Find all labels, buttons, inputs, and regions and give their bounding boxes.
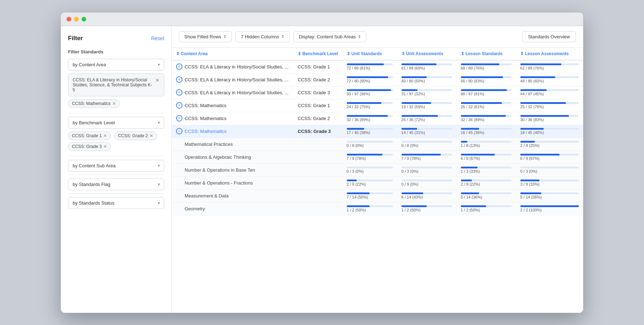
row-11-lesson-assessments-wrap: 2 / 2 (100%)	[520, 205, 579, 212]
row-4-expand-icon[interactable]: +	[176, 115, 182, 121]
row-11-unit-assessments-bar-bg	[401, 205, 452, 207]
table-row[interactable]: +CCSS: ELA & Literacy in History/Social …	[172, 86, 583, 99]
row-2-content-area[interactable]: +CCSS: ELA & Literacy in History/Social …	[172, 86, 293, 99]
row-2-expand-icon[interactable]: +	[176, 89, 182, 96]
col-header-lesson-standards[interactable]: ⇕ Lesson Standards	[457, 48, 516, 60]
row-4-unit-standards-bar-fill	[347, 115, 388, 117]
row-0-content-area[interactable]: +CCSS: ELA & Literacy in History/Social …	[172, 60, 293, 73]
reset-button[interactable]: Reset	[151, 35, 164, 41]
row-7-unit-standards-wrap: 7 / 9 (78%)	[347, 154, 393, 161]
col-header-benchmark-level[interactable]: ⇕ Benchmark Level	[293, 48, 342, 60]
filter-content-area-tag-close[interactable]: ✕	[155, 78, 160, 83]
row-0-content-area-text: CCSS: ELA & Literacy in History/Social S…	[185, 64, 288, 70]
row-4-lesson-assessments-wrap: 30 / 36 (83%)	[520, 115, 579, 122]
filter-grade3-tag-close[interactable]: ✕	[103, 144, 107, 149]
sidebar: Filter Reset Filter Standards by Content…	[61, 26, 172, 313]
standards-overview-button[interactable]: Standards Overview	[522, 31, 576, 42]
close-button[interactable]	[67, 17, 71, 21]
row-10-lesson-assessments-wrap: 5 / 14 (36%)	[520, 192, 579, 199]
row-1-content-area[interactable]: +CCSS: ELA & Literacy in History/Social …	[172, 73, 293, 86]
table-row[interactable]: +CCSS: ELA & Literacy in History/Social …	[172, 60, 583, 73]
table-row[interactable]: Number & Operations - Fractions 2 / 9 (2…	[172, 176, 583, 189]
filter-grade2-tag-close[interactable]: ✕	[150, 133, 153, 138]
row-1-benchmark-level: CCSS: Grade 2	[293, 73, 342, 86]
row-10-content-area: Measurement & Data	[172, 189, 293, 202]
row-5-lesson-standards-bar-bg	[461, 128, 512, 130]
filter-benchmark-tags-row: CCSS: Grade 1 ✕ CCSS: Grade 2 ✕ CCSS: Gr…	[68, 132, 164, 153]
row-4-content-area[interactable]: +CCSS: Mathematics	[172, 112, 293, 125]
filter-grade1-tag-close[interactable]: ✕	[103, 133, 107, 138]
row-0-lesson-assessments-bar-bg	[520, 63, 579, 65]
row-2-lesson-standards-bar-bg	[461, 89, 512, 91]
hidden-columns-arrow: ⇕	[281, 34, 284, 39]
row-7-unit-assessments-bar-bg	[401, 154, 452, 156]
row-5-unit-assessments: 14 / 45 (31%)	[397, 125, 457, 138]
row-1-expand-icon[interactable]: +	[176, 76, 182, 83]
filter-standards-status-select[interactable]: by Standards Status	[68, 197, 164, 209]
table-row[interactable]: +CCSS: MathematicsCCSS: Grade 1 24 / 32 …	[172, 99, 583, 112]
maximize-button[interactable]	[82, 17, 86, 21]
filter-content-sub-area-wrapper: by Content Sub Area ▼	[68, 160, 164, 172]
row-5-benchmark-level: CCSS: Grade 3	[293, 125, 342, 138]
row-5-lesson-standards: 16 / 45 (36%)	[457, 125, 516, 138]
row-2-benchmark-level: CCSS: Grade 3	[293, 86, 342, 99]
show-filled-rows-button[interactable]: Show Filled Rows ⇕	[179, 31, 232, 42]
row-10-unit-assessments-wrap: 6 / 14 (43%)	[401, 192, 452, 199]
table-row[interactable]: Operations & Algebraic Thinking 7 / 9 (7…	[172, 150, 583, 163]
row-10-lesson-standards-text: 5 / 14 (36%)	[461, 195, 512, 199]
filter-grade2-tag: CCSS: Grade 2 ✕	[114, 132, 157, 140]
table-row[interactable]: −CCSS: MathematicsCCSS: Grade 3 17 / 45 …	[172, 125, 583, 138]
filter-content-sub-area-select[interactable]: by Content Sub Area	[68, 160, 164, 172]
table-row[interactable]: Measurement & Data 7 / 14 (50%) 6 / 14 (…	[172, 189, 583, 202]
filter-content-area-wrapper: by Content Area ▼	[68, 59, 164, 71]
table-row[interactable]: Geometry 1 / 2 (50%) 1 / 2 (50%) 1 / 2 (…	[172, 202, 583, 215]
col-header-lesson-assessments[interactable]: ⇕ Lesson Assessments	[516, 48, 583, 60]
filter-math-tag-close[interactable]: ✕	[112, 101, 116, 106]
row-11-lesson-standards-wrap: 1 / 2 (50%)	[461, 205, 512, 212]
row-7-content-area: Operations & Algebraic Thinking	[172, 150, 293, 163]
row-5-lesson-assessments-bar-fill	[520, 128, 544, 130]
minimize-button[interactable]	[74, 17, 79, 21]
row-4-lesson-assessments-bar-bg	[520, 115, 579, 117]
col-header-unit-standards[interactable]: ⇕ Unit Standards	[342, 48, 397, 60]
row-8-lesson-standards-bar-bg	[461, 167, 512, 168]
hidden-columns-button[interactable]: 7 Hidden Columns ⇕	[235, 31, 290, 42]
filter-standards-flag-select[interactable]: by Standards Flag	[68, 178, 164, 190]
divider-2	[68, 156, 164, 156]
row-2-content-area-text: CCSS: ELA & Literacy in History/Social S…	[185, 90, 288, 95]
table-row[interactable]: Mathematical Practices 0 / 8 (0%) 0 / 8 …	[172, 138, 583, 150]
table-row[interactable]: +CCSS: ELA & Literacy in History/Social …	[172, 73, 583, 86]
row-3-content-area[interactable]: +CCSS: Mathematics	[172, 99, 293, 112]
filter-grade2-tag-text: CCSS: Grade 2	[118, 133, 148, 138]
row-1-unit-assessments: 40 / 80 (50%)	[397, 73, 457, 86]
row-5-lesson-assessments: 18 / 45 (40%)	[516, 125, 583, 138]
row-0-lesson-standards-wrap: 68 / 89 (76%)	[461, 63, 512, 70]
row-5-expand-icon[interactable]: −	[176, 128, 182, 134]
filter-benchmark-level-select[interactable]: by Benchmark Level	[68, 117, 164, 129]
filter-grade3-tag-text: CCSS: Grade 3	[72, 144, 102, 149]
row-5-content-area[interactable]: −CCSS: Mathematics	[172, 125, 293, 138]
filter-content-area-select[interactable]: by Content Area	[68, 59, 164, 71]
col-header-content-area[interactable]: ⇕ Content Area	[172, 48, 293, 60]
col-header-unit-assessments[interactable]: ⇕ Unit Assessments	[397, 48, 457, 60]
row-3-expand-icon[interactable]: +	[176, 102, 182, 109]
row-1-lesson-assessments: 48 / 80 (60%)	[516, 73, 583, 86]
row-6-unit-assessments-text: 0 / 8 (0%)	[401, 143, 452, 148]
row-7-lesson-assessments-text: 6 / 9 (67%)	[520, 156, 579, 161]
row-10-unit-standards-bar-bg	[347, 192, 393, 194]
display-button[interactable]: Display: Content Sub Areas ⇕	[293, 31, 366, 42]
table-row[interactable]: Number & Operations in Base Ten 0 / 3 (0…	[172, 163, 583, 176]
row-2-unit-assessments: 31 / 97 (32%)	[397, 86, 457, 99]
divider-1	[68, 113, 164, 113]
row-11-unit-standards-bar-fill	[347, 205, 370, 207]
row-7-unit-standards: 7 / 9 (78%)	[342, 150, 397, 163]
row-6-lesson-standards-bar-fill	[461, 141, 468, 143]
row-9-unit-assessments-wrap: 0 / 9 (0%)	[401, 180, 452, 186]
titlebar	[61, 13, 583, 26]
row-10-lesson-assessments-bar-bg	[520, 192, 579, 194]
row-4-lesson-standards-wrap: 32 / 36 (89%)	[461, 115, 512, 122]
row-0-expand-icon[interactable]: +	[176, 63, 182, 70]
table-row[interactable]: +CCSS: MathematicsCCSS: Grade 2 32 / 36 …	[172, 112, 583, 125]
row-3-lesson-assessments-bar-bg	[520, 102, 579, 104]
row-7-lesson-standards-text: 6 / 9 (67%)	[461, 156, 512, 161]
